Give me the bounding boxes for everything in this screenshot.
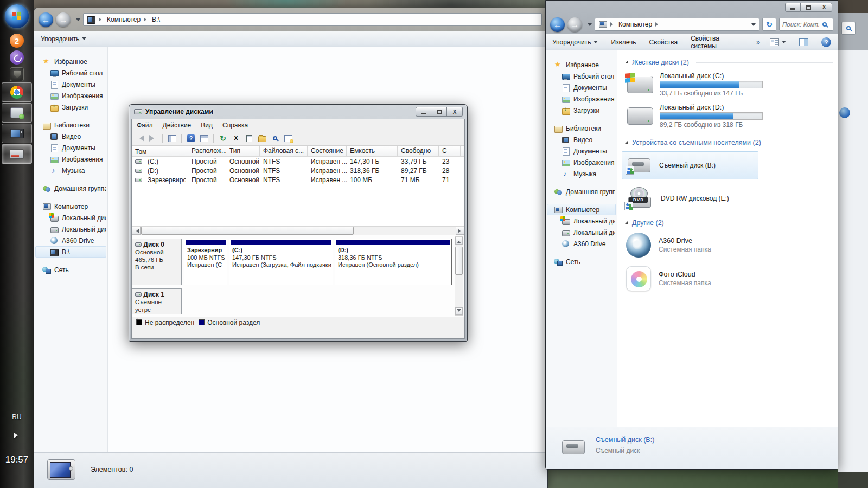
taskbar-clock[interactable]: 19:57 bbox=[0, 454, 34, 465]
scroll-up-button[interactable] bbox=[455, 237, 463, 245]
volume-row[interactable]: (C:) Простой Основной NTFS Исправен ... … bbox=[132, 157, 464, 166]
preview-pane-button[interactable] bbox=[793, 34, 815, 50]
breadcrumb-item[interactable]: Компьютер bbox=[107, 16, 141, 23]
breadcrumb[interactable]: Компьютер B:\ bbox=[83, 13, 542, 26]
menu-file[interactable]: Файл bbox=[132, 121, 158, 129]
console-tree-icon[interactable] bbox=[167, 134, 177, 143]
sidebar-item[interactable]: A360 Drive bbox=[35, 235, 106, 246]
scrollbar-thumb[interactable] bbox=[141, 227, 354, 235]
drive-tile[interactable]: Локальный диск (C:) 33,7 ГБ свободно из … bbox=[625, 69, 833, 100]
volume-row[interactable]: Зарезервировано... Простой Основной NTFS… bbox=[132, 175, 464, 184]
open-icon[interactable] bbox=[257, 134, 267, 143]
properties-icon[interactable] bbox=[244, 134, 254, 143]
disk0-header[interactable]: Диск 0 Основной 465,76 ГБ В сети bbox=[132, 239, 182, 285]
address-dropdown-icon[interactable] bbox=[751, 23, 756, 28]
toolbar-overflow-button[interactable]: » bbox=[753, 38, 763, 46]
scroll-right-button[interactable] bbox=[456, 227, 464, 235]
group-header-removable[interactable]: Устройства со съемными носителями (2) bbox=[625, 136, 833, 149]
sidebar-item[interactable]: Изображения bbox=[35, 153, 106, 165]
show-hidden-icons-arrow[interactable] bbox=[14, 433, 21, 438]
taskbar-icon-disk-management[interactable] bbox=[2, 144, 32, 164]
sidebar-item[interactable]: Сеть bbox=[35, 264, 106, 275]
removable-drive-tile-selected[interactable]: Съемный диск (B:) bbox=[622, 151, 758, 179]
system-properties-button[interactable]: Свойства системы bbox=[684, 34, 753, 50]
forward-icon[interactable] bbox=[148, 134, 158, 143]
sidebar-item[interactable]: A360 Drive bbox=[547, 238, 616, 249]
eject-button[interactable]: Извлечь bbox=[604, 34, 642, 50]
sidebar-item[interactable]: Документы bbox=[35, 142, 106, 153]
horizontal-scrollbar[interactable] bbox=[132, 227, 464, 235]
properties-button[interactable]: Свойства bbox=[642, 34, 684, 50]
sidebar-item[interactable]: Документы bbox=[35, 79, 106, 90]
breadcrumb-item[interactable]: Компьютер bbox=[618, 21, 652, 28]
partition[interactable]: (D:) 318,36 ГБ NTFS Исправен (Основной р… bbox=[335, 239, 452, 285]
sidebar-item[interactable]: Локальный диск bbox=[35, 223, 106, 235]
menu-action[interactable]: Действие bbox=[158, 121, 196, 129]
help-icon[interactable]: ? bbox=[186, 134, 196, 143]
group-header-hard-disks[interactable]: Жесткие диски (2) bbox=[625, 56, 833, 69]
dvd-drive-tile[interactable]: DVD DVD RW дисковод (E:) bbox=[625, 183, 833, 214]
minimize-button[interactable] bbox=[416, 107, 431, 117]
search-box[interactable] bbox=[779, 18, 833, 31]
drive-tile[interactable]: Локальный диск (D:) 89,2 ГБ свободно из … bbox=[625, 100, 833, 132]
close-button[interactable]: X bbox=[447, 107, 463, 117]
menu-help[interactable]: Справка bbox=[218, 121, 253, 129]
sidebar-item[interactable]: Музыка bbox=[547, 168, 616, 179]
taskbar-icon-viber[interactable] bbox=[10, 50, 24, 65]
scroll-left-button[interactable] bbox=[132, 227, 141, 235]
maximize-button[interactable] bbox=[431, 107, 447, 117]
breadcrumb[interactable]: Компьютер bbox=[595, 18, 760, 31]
group-header-other[interactable]: Другие (2) bbox=[625, 216, 833, 229]
refresh-button[interactable]: ↻ bbox=[762, 18, 776, 31]
scroll-down-button[interactable] bbox=[455, 307, 463, 315]
history-dropdown-icon[interactable] bbox=[76, 18, 80, 23]
back-button[interactable]: ← bbox=[39, 12, 53, 27]
sidebar-item[interactable]: Компьютер bbox=[547, 204, 616, 215]
sidebar-item[interactable]: Видео bbox=[35, 131, 106, 142]
settings-icon[interactable] bbox=[283, 134, 293, 143]
sidebar-item[interactable]: Рабочий стол bbox=[547, 70, 616, 82]
action-pane-icon[interactable] bbox=[199, 134, 209, 143]
search-icon[interactable] bbox=[841, 22, 856, 35]
sidebar-item[interactable]: Изображения bbox=[547, 157, 616, 168]
sidebar-item[interactable]: Документы bbox=[547, 82, 616, 93]
sidebar-item[interactable]: Изображения bbox=[547, 93, 616, 105]
scrollbar-thumb[interactable] bbox=[455, 247, 463, 275]
views-button[interactable] bbox=[763, 34, 793, 50]
sidebar-item[interactable]: Видео bbox=[547, 134, 616, 145]
close-button[interactable]: X bbox=[816, 3, 832, 12]
help-button[interactable]: ? bbox=[815, 34, 838, 50]
maximize-button[interactable] bbox=[801, 3, 816, 12]
volume-row[interactable]: (D:) Простой Основной NTFS Исправен ... … bbox=[132, 166, 464, 175]
sidebar-item[interactable]: Рабочий стол bbox=[35, 67, 106, 79]
sidebar-item[interactable]: Домашняя группа bbox=[35, 183, 106, 194]
sidebar-item[interactable]: Библиотеки bbox=[547, 123, 616, 134]
taskbar-icon-chrome[interactable] bbox=[2, 82, 32, 102]
volume-list-header[interactable]: Том Располож... Тип Файловая с... Состоя… bbox=[132, 146, 464, 157]
sidebar-item[interactable]: Избранное bbox=[547, 59, 616, 70]
breadcrumb-item[interactable]: B:\ bbox=[152, 16, 160, 23]
search-input[interactable] bbox=[782, 21, 820, 28]
taskbar-icon-opera[interactable]: 2 bbox=[10, 34, 24, 48]
menu-view[interactable]: Вид bbox=[196, 121, 218, 129]
sidebar-item[interactable]: Изображения bbox=[35, 90, 106, 101]
sidebar-item[interactable]: Домашняя группа bbox=[547, 186, 616, 197]
search-icon[interactable] bbox=[822, 22, 827, 27]
system-folder-tile[interactable]: Фото iCloud Системная папка bbox=[625, 263, 833, 294]
sidebar-item[interactable]: Локальный диск bbox=[35, 212, 106, 223]
taskbar-icon-explorer[interactable] bbox=[2, 124, 32, 143]
sidebar-item[interactable]: Локальный диск bbox=[547, 215, 616, 227]
partition[interactable]: (C:) 147,30 ГБ NTFS Исправен (Загрузка, … bbox=[229, 239, 333, 285]
sidebar-item[interactable]: Библиотеки bbox=[35, 119, 106, 131]
start-button[interactable] bbox=[5, 4, 29, 28]
delete-icon[interactable]: X bbox=[231, 134, 241, 143]
system-folder-tile[interactable]: A360 Drive Системная папка bbox=[625, 229, 833, 261]
forward-button[interactable]: → bbox=[567, 17, 582, 32]
sidebar-item[interactable]: Компьютер bbox=[35, 201, 106, 212]
minimize-button[interactable] bbox=[785, 3, 801, 12]
organize-button[interactable]: Упорядочить bbox=[34, 31, 93, 47]
vertical-scrollbar[interactable] bbox=[455, 236, 463, 316]
back-button[interactable]: ← bbox=[550, 17, 565, 32]
sidebar-item[interactable]: Загрузки bbox=[35, 101, 106, 113]
organize-button[interactable]: Упорядочить bbox=[546, 34, 604, 50]
